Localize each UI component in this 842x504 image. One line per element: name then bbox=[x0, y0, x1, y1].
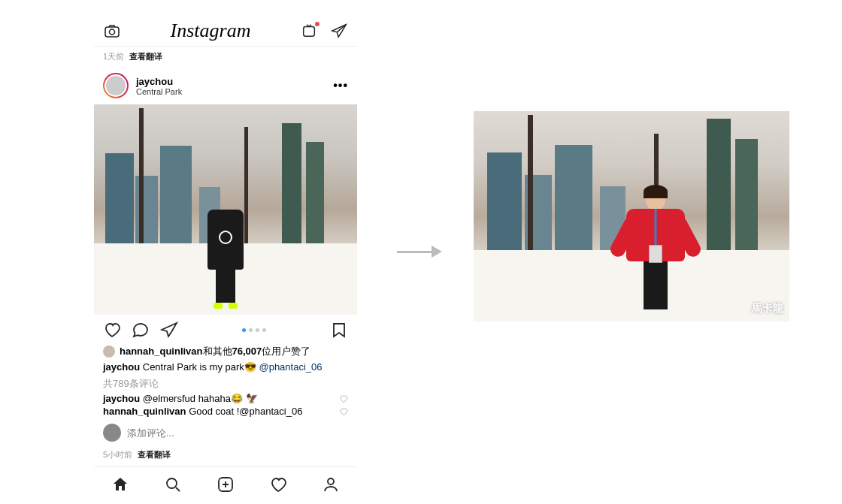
save-icon[interactable] bbox=[330, 321, 348, 339]
comment-row: hannah_quinlivan Good coat !@phantaci_06 bbox=[94, 405, 357, 418]
comment-username[interactable]: jaychou bbox=[103, 393, 140, 404]
edited-person-figure bbox=[625, 188, 686, 315]
svg-rect-2 bbox=[304, 26, 315, 36]
prev-translate-link[interactable]: 查看翻译 bbox=[129, 52, 162, 61]
action-bar bbox=[94, 315, 357, 345]
caption: jaychou Central Park is my park😎 @phanta… bbox=[94, 358, 357, 376]
liker-avatar bbox=[103, 346, 115, 358]
svg-rect-0 bbox=[105, 27, 119, 37]
add-comment-row bbox=[94, 418, 357, 448]
comment-row: jaychou @elmersfud hahaha😂 🦅 bbox=[94, 392, 357, 405]
author-avatar bbox=[104, 74, 127, 97]
search-icon[interactable] bbox=[164, 475, 182, 493]
post-time: 5小时前 bbox=[103, 450, 132, 459]
comment-mention[interactable]: @phantaci_06 bbox=[239, 406, 302, 417]
comment-mention[interactable]: @elmersfud bbox=[143, 393, 195, 404]
comment-username[interactable]: hannah_quinlivan bbox=[103, 406, 186, 417]
instagram-app: Instagram 1天前 查看翻译 jaychou Central Park … bbox=[94, 15, 357, 501]
person-figure bbox=[207, 210, 244, 307]
caption-username[interactable]: jaychou bbox=[103, 361, 140, 373]
caption-mention[interactable]: @phantaci_06 bbox=[259, 361, 322, 373]
igtv-icon[interactable] bbox=[300, 22, 318, 40]
add-comment-input[interactable] bbox=[127, 427, 348, 439]
more-options-icon[interactable]: ••• bbox=[333, 79, 348, 92]
like-icon[interactable] bbox=[103, 321, 121, 339]
top-bar: Instagram bbox=[94, 15, 357, 47]
pager-dot[interactable] bbox=[249, 328, 253, 332]
comment-text: hahaha😂 🦅 bbox=[195, 393, 258, 404]
comment-icon[interactable] bbox=[132, 321, 150, 339]
home-icon[interactable] bbox=[111, 475, 129, 493]
post-image[interactable] bbox=[94, 104, 357, 315]
liker-name: hannah_quinlivan bbox=[120, 346, 203, 357]
post-time-row: 5小时前 查看翻译 bbox=[94, 448, 357, 466]
watermark: 馬卡龍 bbox=[752, 302, 783, 315]
comment-like-icon[interactable] bbox=[339, 394, 348, 403]
instagram-logo: Instagram bbox=[171, 20, 251, 42]
pager-dot[interactable] bbox=[242, 328, 246, 332]
pager-dot[interactable] bbox=[262, 328, 266, 332]
translate-link[interactable]: 查看翻译 bbox=[138, 450, 171, 459]
direct-message-icon[interactable] bbox=[330, 22, 348, 40]
pager-dot[interactable] bbox=[256, 328, 259, 332]
previous-post-meta: 1天前 查看翻译 bbox=[94, 47, 357, 67]
my-avatar bbox=[103, 424, 121, 442]
likes-line[interactable]: hannah_quinlivan和其他76,007位用户赞了 bbox=[94, 345, 357, 358]
view-all-comments[interactable]: 共789条评论 bbox=[94, 376, 357, 392]
svg-point-5 bbox=[328, 478, 334, 484]
prev-time: 1天前 bbox=[103, 52, 124, 61]
add-post-icon[interactable] bbox=[217, 475, 235, 493]
post-header: jaychou Central Park ••• bbox=[94, 67, 357, 104]
carousel-pager bbox=[178, 328, 330, 332]
author-username[interactable]: jaychou bbox=[136, 76, 333, 87]
edited-image: 馬卡龍 bbox=[474, 111, 789, 321]
profile-icon[interactable] bbox=[322, 475, 340, 493]
arrow-icon bbox=[397, 240, 442, 263]
activity-icon[interactable] bbox=[269, 475, 287, 493]
comment-like-icon[interactable] bbox=[339, 407, 348, 416]
bottom-nav bbox=[94, 466, 357, 501]
camera-icon[interactable] bbox=[103, 22, 121, 40]
comment-text: Good coat ! bbox=[189, 406, 239, 417]
svg-point-1 bbox=[110, 29, 115, 35]
post-location[interactable]: Central Park bbox=[136, 87, 333, 96]
author-avatar-ring[interactable] bbox=[103, 73, 129, 98]
svg-point-3 bbox=[167, 478, 177, 488]
share-icon[interactable] bbox=[160, 321, 178, 339]
caption-text: Central Park is my park😎 bbox=[143, 361, 259, 373]
